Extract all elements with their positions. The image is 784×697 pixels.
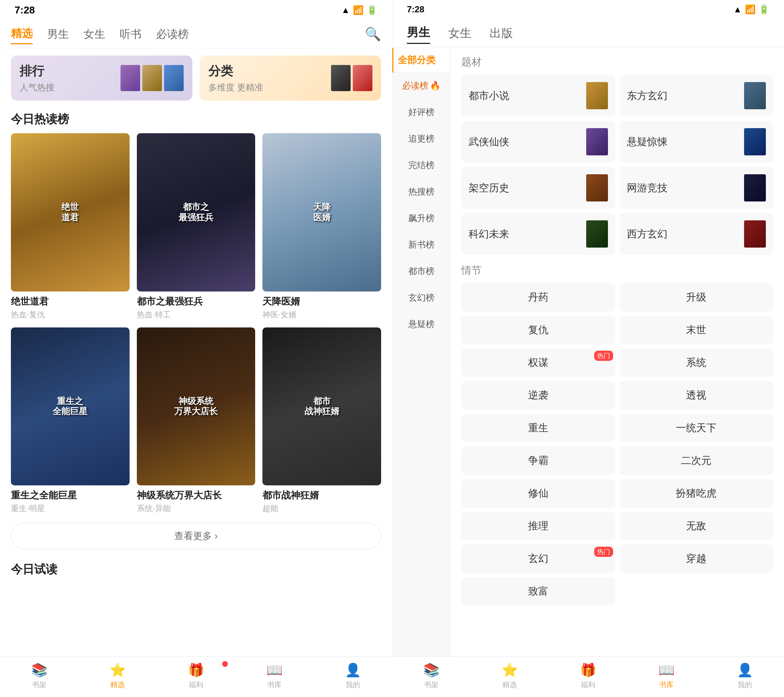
sidebar-item-haopingbang[interactable]: 好评榜 [392,99,450,125]
nav-welfare[interactable]: 🎁 福利 [157,662,235,690]
emotion-shengji[interactable]: 升级 [619,283,774,311]
tab-nvsheng[interactable]: 女生 [84,25,105,44]
book-tags-1: 热血·复仇 [11,309,130,320]
rank-book-2 [142,65,162,91]
theme-section-title: 题材 [461,55,773,69]
nav-featured[interactable]: ⭐ 精选 [78,662,157,690]
emotion-nixxi[interactable]: 逆袭 [461,381,615,409]
sidebar-item-wanjiebang[interactable]: 完结榜 [392,152,450,179]
tab-bidubang[interactable]: 必读榜 [156,25,189,44]
emotion-section-title: 情节 [461,264,773,277]
left-bottom-nav: 📚 书架 ⭐ 精选 🎁 福利 📖 书库 👤 我的 [0,656,392,697]
cat-dushixiaoshuo[interactable]: 都市小说 [461,75,615,117]
cat-xuanyijingsong[interactable]: 悬疑惊悚 [619,121,774,163]
book-name-1: 绝世道君 [11,295,130,308]
welfare-icon: 🎁 [188,662,204,678]
nav-bookshelf[interactable]: 📚 书架 [0,662,78,690]
cat-thumb-jiakong [586,174,608,201]
emotion-zhengba[interactable]: 争霸 [461,447,615,475]
right-status-icons: ▲ 📶 🔋 [733,4,769,15]
book-item-3[interactable]: 天降医婿 天降医婿 神医·女婿 [262,133,381,320]
book-item-2[interactable]: 都市之最强狂兵 都市之最强狂兵 热血·特工 [137,133,255,320]
r-library-icon: 📖 [659,662,675,678]
sidebar-item-zhuigenggbang[interactable]: 追更榜 [392,125,450,152]
book-item-5[interactable]: 神级系统万界大店长 神级系统万界大店长 系统·异能 [137,328,255,514]
book-cover-1: 绝世道君 [11,133,130,292]
emotion-tuuli[interactable]: 推理 [461,512,615,540]
book-tags-2: 热血·特工 [137,309,255,320]
right-nav-tabs: 男生 女生 出版 [392,19,784,48]
right-nav-library[interactable]: 📖 书库 [627,662,706,690]
quanmou-hot-badge: 热门 [594,351,613,361]
right-tab-publish[interactable]: 出版 [490,23,513,44]
tab-nansheng[interactable]: 男生 [47,25,69,44]
search-icon[interactable]: 🔍 [365,26,381,42]
book-tags-6: 超能 [262,503,381,514]
emotion-moshi[interactable]: 末世 [619,316,774,344]
xuanhuan-hot-badge: 热门 [594,547,613,557]
emotion-quanmou[interactable]: 权谋 热门 [461,348,615,377]
banner-area: 排行 人气热搜 分类 多维度 更精准 [0,48,392,108]
book-name-2: 都市之最强狂兵 [137,295,255,308]
cat-wangyouJingji[interactable]: 网游竞技 [619,167,774,209]
sidebar-all-categories[interactable]: 全部分类 [392,48,450,73]
cat-dongfangxuanhuan[interactable]: 东方玄幻 [619,75,774,117]
sidebar-item-resoubbang[interactable]: 热搜榜 [392,179,450,205]
rank-sub: 人气热搜 [20,82,54,93]
cat-kehaunweilai[interactable]: 科幻未来 [461,213,615,255]
emotion-wudi[interactable]: 无敌 [619,512,774,540]
emotion-xiuxian[interactable]: 修仙 [461,479,615,508]
sidebar-item-xuanyibang[interactable]: 悬疑榜 [392,311,450,338]
emotion-yitongtianxia[interactable]: 一统天下 [619,414,774,442]
hot-reading-title: 今日热读榜 [0,108,392,133]
right-nav-bookshelf[interactable]: 📚 书架 [392,662,470,690]
emotion-chongsheng[interactable]: 重生 [461,414,615,442]
book-item-6[interactable]: 都市战神狂婿 都市战神狂婿 超能 [262,328,381,514]
cat-xifangxuanhuan[interactable]: 西方玄幻 [619,213,774,255]
cat-book-2 [353,65,372,91]
nav-library-label: 书库 [267,680,282,690]
rank-banner-card[interactable]: 排行 人气热搜 [11,56,193,101]
emotion-xuanhuan[interactable]: 玄幻 热门 [461,545,615,573]
emotion-zhifu[interactable]: 致富 [461,577,615,606]
tab-jingxuan[interactable]: 精选 [11,24,33,44]
book-grid: 绝世道君 绝世道君 热血·复仇 都市之最强狂兵 都市之最强狂兵 热血·特工 天降… [0,133,392,514]
book-cover-2: 都市之最强狂兵 [137,133,255,292]
mine-icon: 👤 [345,662,361,678]
emotion-banzhuchihu[interactable]: 扮猪吃虎 [619,479,774,508]
book-item-4[interactable]: 重生之全能巨星 重生之全能巨星 重生·明星 [11,328,130,514]
book-item-1[interactable]: 绝世道君 绝世道君 热血·复仇 [11,133,130,320]
sidebar-item-xuanhuanbbang[interactable]: 玄幻榜 [392,285,450,311]
nav-library[interactable]: 📖 书库 [235,662,314,690]
r-signal-icon: ▲ [733,4,742,15]
cat-thumb-kehuan [586,220,608,247]
category-banner-card[interactable]: 分类 多维度 更精准 [199,56,381,101]
right-nav-featured[interactable]: ⭐ 精选 [470,662,549,690]
emotion-toushi[interactable]: 透视 [619,381,774,409]
right-tab-female[interactable]: 女生 [448,23,471,44]
emotion-erciyuan[interactable]: 二次元 [619,447,774,475]
sidebar-item-dushhibang[interactable]: 都市榜 [392,258,450,285]
emotion-fuchou[interactable]: 复仇 [461,316,615,344]
right-nav-welfare[interactable]: 🎁 福利 [549,662,627,690]
book-name-6: 都市战神狂婿 [262,489,381,502]
sidebar-item-piaoshengbang[interactable]: 飙升榜 [392,205,450,232]
sidebar-item-bidubang[interactable]: 必读榜🔥 [392,73,450,99]
emotion-danyao[interactable]: 丹药 [461,283,615,311]
right-tab-male[interactable]: 男生 [407,23,430,44]
r-battery-icon: 🔋 [759,4,769,15]
nav-mine-label: 我的 [346,680,360,690]
cat-thumb-xuanyi [744,128,766,155]
see-more-button[interactable]: 查看更多 › [11,523,381,549]
nav-mine[interactable]: 👤 我的 [314,662,392,690]
emotion-xitong[interactable]: 系统 [619,348,774,377]
emotion-chuanyue[interactable]: 穿越 [619,545,774,573]
tab-tingshu[interactable]: 听书 [120,25,142,44]
r-mine-icon: 👤 [737,662,753,678]
r-nav-mine-label: 我的 [738,680,752,690]
right-nav-mine[interactable]: 👤 我的 [706,662,784,690]
cat-wuxiaxiaxia[interactable]: 武侠仙侠 [461,121,615,163]
sidebar-item-xinshubbang[interactable]: 新书榜 [392,232,450,258]
r-nav-welfare-label: 福利 [581,680,595,690]
cat-jiakongLishi[interactable]: 架空历史 [461,167,615,209]
